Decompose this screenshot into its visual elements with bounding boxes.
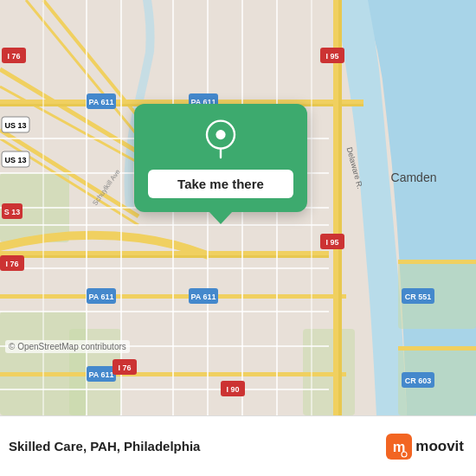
- svg-text:S 13: S 13: [4, 208, 21, 216]
- svg-rect-14: [0, 255, 329, 258]
- svg-text:CR 603: CR 603: [405, 376, 432, 385]
- moovit-logo: m moovit: [386, 434, 464, 460]
- svg-rect-21: [398, 260, 476, 264]
- bottom-bar: Skilled Care, PAH, Philadelphia m moovit: [0, 415, 476, 476]
- svg-rect-13: [0, 251, 329, 255]
- moovit-brand-text: moovit: [415, 438, 464, 455]
- svg-text:US 13: US 13: [4, 156, 26, 164]
- take-me-there-button[interactable]: Take me there: [148, 170, 293, 198]
- svg-point-76: [215, 130, 225, 139]
- svg-text:PA 611: PA 611: [88, 98, 113, 106]
- map-attribution: © OpenStreetMap contributors: [5, 340, 130, 353]
- moovit-logo-icon: m: [386, 434, 412, 460]
- svg-text:I 76: I 76: [5, 260, 18, 268]
- svg-text:I 95: I 95: [325, 52, 338, 61]
- svg-text:PA 611: PA 611: [88, 293, 113, 301]
- svg-text:I 76: I 76: [7, 52, 20, 61]
- svg-point-79: [402, 452, 407, 457]
- svg-text:Camden: Camden: [391, 170, 437, 184]
- svg-text:US 13: US 13: [4, 121, 26, 130]
- svg-text:CR 551: CR 551: [405, 293, 432, 301]
- svg-rect-22: [398, 346, 476, 351]
- map-container: PA 611 PA 611 PA 611 PA 611 PA 611 I 95 …: [0, 0, 476, 415]
- svg-text:I 90: I 90: [226, 385, 239, 394]
- svg-text:PA 611: PA 611: [88, 370, 113, 379]
- svg-text:I 95: I 95: [325, 238, 338, 247]
- location-title: Skilled Care, PAH, Philadelphia: [9, 439, 200, 453]
- svg-text:I 76: I 76: [118, 363, 131, 372]
- svg-text:PA 611: PA 611: [190, 293, 215, 301]
- location-card: Take me there: [134, 104, 307, 212]
- location-pin-icon: [200, 119, 241, 161]
